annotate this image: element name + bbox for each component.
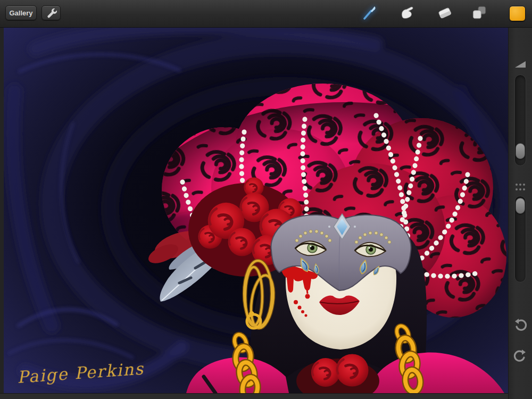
paint-tool-button[interactable] [359,3,380,24]
smudge-finger-icon [398,4,415,23]
redo-button[interactable] [513,348,527,362]
procreate-app-window: Paige Perkins Gallery [0,0,532,399]
smudge-tool-button[interactable] [396,3,418,24]
color-swatch-button[interactable] [509,6,526,21]
layers-button[interactable] [468,3,489,24]
opacity-slider-thumb[interactable] [516,198,525,214]
actions-button[interactable] [41,5,61,20]
canvas-bottom-margin [0,393,508,399]
redo-icon [513,348,527,362]
opacity-slider[interactable] [514,196,526,282]
paintbrush-icon [361,4,379,24]
top-toolbar: Gallery [0,0,532,28]
brush-size-slider[interactable] [514,74,526,166]
wrench-icon [45,6,57,20]
canvas-left-margin [0,28,4,393]
eraser-icon [436,4,453,23]
gallery-button[interactable]: Gallery [5,5,37,20]
layers-icon [470,4,488,24]
drawing-canvas[interactable]: Paige Perkins [4,28,508,393]
modify-dots-icon[interactable] [513,180,527,194]
undo-button[interactable] [513,318,527,331]
undo-icon [513,318,527,331]
artwork-masquerade-painting: Paige Perkins [4,28,508,393]
brush-size-ramp-icon [513,57,527,71]
brush-size-slider-thumb[interactable] [516,143,525,159]
erase-tool-button[interactable] [434,3,455,24]
right-sidebar [508,28,532,399]
